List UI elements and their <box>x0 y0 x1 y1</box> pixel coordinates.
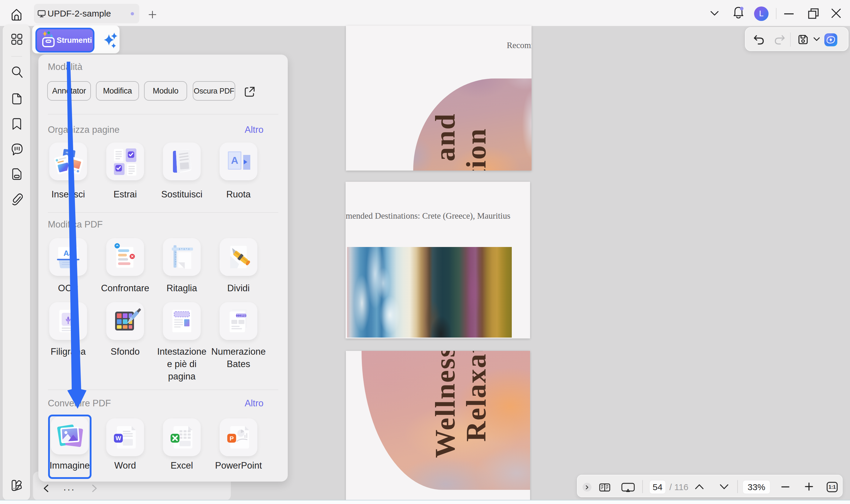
svg-text:Aa: Aa <box>64 249 73 258</box>
svg-text:000123: 000123 <box>236 314 247 318</box>
svg-text:A: A <box>231 155 238 166</box>
svg-text:W: W <box>116 435 121 442</box>
svg-text:P: P <box>230 435 234 442</box>
